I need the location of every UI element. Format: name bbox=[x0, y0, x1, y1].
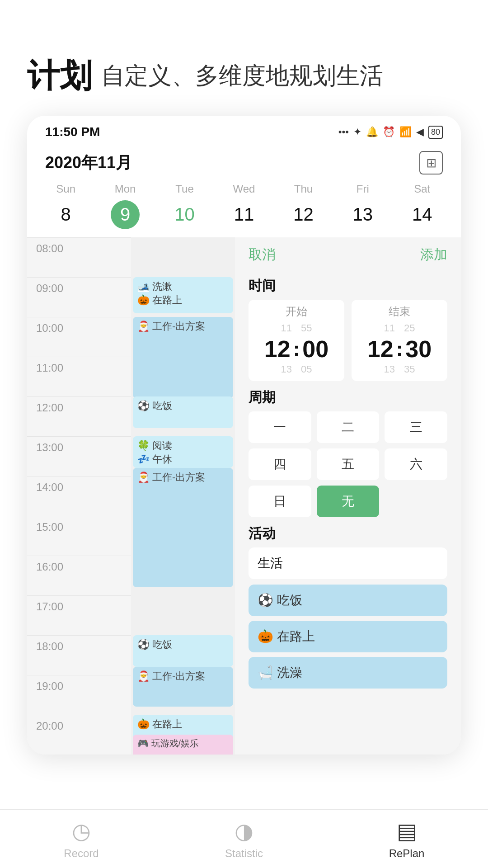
event-eat1[interactable]: ⚽ 吃饭 bbox=[133, 396, 233, 428]
event-read[interactable]: 🍀 阅读 💤 午休 bbox=[133, 436, 233, 468]
end-main: 12 : 30 bbox=[367, 335, 432, 363]
period-wed[interactable]: 三 bbox=[385, 411, 447, 443]
statistic-icon: ◑ bbox=[235, 818, 253, 844]
period-sun[interactable]: 日 bbox=[249, 486, 311, 517]
time-picker: 开始 11 55 12 : 00 13 05 bbox=[249, 300, 447, 381]
cal-date-13[interactable]: 13 bbox=[333, 201, 392, 228]
start-h-bottom: 13 bbox=[281, 363, 292, 377]
end-time-picker[interactable]: 结束 11 25 12 : 30 13 35 bbox=[352, 300, 447, 381]
start-m-bottom: 05 bbox=[301, 363, 312, 377]
event-game[interactable]: 🎮 玩游戏/娱乐 bbox=[133, 735, 233, 755]
period-sat[interactable]: 六 bbox=[385, 448, 447, 480]
end-m-top: 25 bbox=[404, 321, 415, 335]
calendar-dates: 8 9 10 11 12 13 14 bbox=[27, 199, 461, 237]
title-line: 计划 自定义、多维度地规划生活 bbox=[27, 54, 461, 98]
time-slot-15: 15:00 bbox=[27, 516, 131, 556]
calendar-weekdays: Sun Mon Tue Wed Thu Fri Sat bbox=[27, 179, 461, 199]
cal-date-8[interactable]: 8 bbox=[36, 201, 95, 228]
page-title-bold: 计划 bbox=[27, 54, 92, 98]
page-header: 计划 自定义、多维度地规划生活 bbox=[0, 0, 488, 116]
start-time-picker[interactable]: 开始 11 55 12 : 00 13 05 bbox=[249, 300, 344, 381]
time-slot-08: 08:00 bbox=[27, 237, 131, 277]
bottom-nav: ◷ Record ◑ Statistic ▤ RePlan bbox=[0, 809, 488, 868]
activity-input-text: 生活 bbox=[258, 556, 283, 570]
activity-tag-bath[interactable]: 🛁 洗澡 bbox=[249, 657, 447, 689]
period-tue[interactable]: 二 bbox=[317, 411, 380, 443]
start-min: 00 bbox=[302, 335, 328, 363]
period-grid: 一 二 三 四 五 六 日 无 bbox=[249, 411, 447, 517]
start-m-top: 55 bbox=[301, 321, 312, 335]
signal-icon: 📶 bbox=[399, 126, 412, 138]
bluetooth-icon: ✦ bbox=[353, 126, 361, 138]
activity-section-label: 活动 bbox=[249, 524, 447, 543]
activity-input[interactable]: 生活 bbox=[249, 547, 447, 579]
record-label: Record bbox=[64, 847, 99, 860]
bell-icon: 🔔 bbox=[366, 126, 378, 138]
dots-icon: ••• bbox=[338, 126, 349, 138]
period-none[interactable]: 无 bbox=[317, 486, 380, 517]
cal-date-10[interactable]: 10 bbox=[155, 201, 214, 228]
time-slot-14: 14:00 bbox=[27, 476, 131, 516]
nav-statistic[interactable]: ◑ Statistic bbox=[163, 818, 325, 860]
cal-date-9[interactable]: 9 bbox=[95, 201, 155, 228]
time-slot-16: 16:00 bbox=[27, 556, 131, 595]
nav-record[interactable]: ◷ Record bbox=[0, 818, 163, 860]
timeline: 08:00 09:00 10:00 11:00 12:00 13:00 14:0… bbox=[27, 237, 131, 755]
weekday-fri: Fri bbox=[333, 179, 392, 199]
period-thu[interactable]: 四 bbox=[249, 448, 311, 480]
battery-icon: 80 bbox=[428, 126, 443, 139]
alarm-icon: ⏰ bbox=[383, 126, 395, 138]
time-slot-17: 17:00 bbox=[27, 595, 131, 635]
time-slot-10: 10:00 bbox=[27, 317, 131, 357]
calendar-header: 2020年11月 ⊞ bbox=[27, 144, 461, 179]
time-slot-11: 11:00 bbox=[27, 357, 131, 396]
event-work3[interactable]: 🎅 工作-出方案 bbox=[133, 667, 233, 707]
event-work1[interactable]: 🎅 工作-出方案 bbox=[133, 317, 233, 398]
status-icons: ••• ✦ 🔔 ⏰ 📶 ◀ 80 bbox=[338, 126, 443, 139]
start-scroll: 11 55 12 : 00 13 05 bbox=[253, 321, 340, 377]
event-work2[interactable]: 🎅 工作-出方案 bbox=[133, 468, 233, 587]
cal-date-12[interactable]: 12 bbox=[274, 201, 333, 228]
cal-date-14[interactable]: 14 bbox=[393, 201, 452, 228]
end-label: 结束 bbox=[356, 304, 443, 319]
start-sep: : bbox=[293, 338, 300, 360]
end-h-top: 11 bbox=[384, 321, 395, 335]
time-slot-20: 20:00 bbox=[27, 715, 131, 755]
event-eat2[interactable]: ⚽ 吃饭 bbox=[133, 635, 233, 667]
page-title-sub: 自定义、多维度地规划生活 bbox=[101, 60, 383, 92]
time-slot-18: 18:00 bbox=[27, 635, 131, 675]
time-slot-12: 12:00 bbox=[27, 396, 131, 436]
statistic-label: Statistic bbox=[225, 847, 263, 860]
end-min: 30 bbox=[405, 335, 432, 363]
calendar-toggle-icon[interactable]: ⊞ bbox=[419, 151, 443, 175]
status-time: 11:50 PM bbox=[45, 125, 100, 139]
weekday-tue: Tue bbox=[155, 179, 214, 199]
period-fri[interactable]: 五 bbox=[317, 448, 380, 480]
cal-date-11[interactable]: 11 bbox=[214, 201, 273, 228]
calendar-month: 2020年11月 bbox=[45, 152, 132, 174]
weekday-wed: Wed bbox=[214, 179, 273, 199]
right-panel: 取消 添加 时间 开始 11 55 12 : bbox=[235, 237, 461, 755]
activity-tag-eat[interactable]: ⚽ 吃饭 bbox=[249, 585, 447, 616]
replan-icon: ▤ bbox=[397, 818, 417, 844]
nav-replan[interactable]: ▤ RePlan bbox=[325, 818, 488, 860]
weekday-thu: Thu bbox=[274, 179, 333, 199]
event-wash[interactable]: 🎿 洗漱 🎃 在路上 bbox=[133, 277, 233, 313]
period-section-label: 周期 bbox=[249, 388, 447, 407]
activity-tag-road[interactable]: 🎃 在路上 bbox=[249, 621, 447, 652]
end-hour: 12 bbox=[367, 335, 394, 363]
period-mon[interactable]: 一 bbox=[249, 411, 311, 443]
record-icon: ◷ bbox=[72, 818, 91, 844]
start-main: 12 : 00 bbox=[264, 335, 328, 363]
weekday-mon: Mon bbox=[95, 179, 155, 199]
time-slot-19: 19:00 bbox=[27, 675, 131, 715]
end-h-bottom: 13 bbox=[384, 363, 395, 377]
cancel-button[interactable]: 取消 bbox=[249, 245, 276, 264]
time-slot-09: 09:00 bbox=[27, 277, 131, 317]
activity-tags: ⚽ 吃饭 🎃 在路上 🛁 洗澡 bbox=[249, 585, 447, 689]
start-hour: 12 bbox=[264, 335, 291, 363]
add-button[interactable]: 添加 bbox=[420, 245, 447, 264]
end-sep: : bbox=[396, 338, 403, 360]
start-h-top: 11 bbox=[281, 321, 292, 335]
weekday-sun: Sun bbox=[36, 179, 95, 199]
